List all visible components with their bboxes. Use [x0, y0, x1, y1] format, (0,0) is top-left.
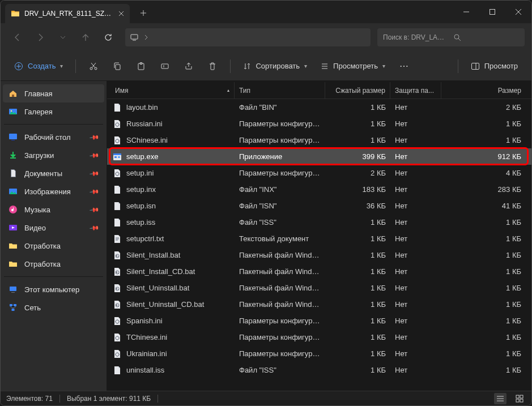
sidebar-item-documents[interactable]: Документы 📌: [3, 164, 104, 182]
file-type: Файл "ISN": [235, 202, 325, 210]
file-type: Пакетный файл Windows: [235, 251, 325, 259]
column-type[interactable]: Тип: [235, 82, 325, 99]
file-compressed-size: 1 КБ: [325, 267, 390, 276]
file-compressed-size: 1 КБ: [325, 251, 390, 259]
file-row[interactable]: Silent_Install.batПакетный файл Windows1…: [107, 247, 531, 263]
file-row[interactable]: setup.inxФайл "INX"183 КБНет283 КБ: [107, 181, 531, 198]
file-compressed-size: 1 КБ: [325, 234, 390, 243]
nav-up-button[interactable]: [75, 27, 96, 48]
folder-icon: [8, 241, 18, 250]
videos-icon: [8, 223, 18, 232]
address-bar[interactable]: [125, 28, 371, 46]
column-protection[interactable]: Защита па...: [390, 82, 441, 99]
tiles-view-button[interactable]: [513, 393, 526, 404]
file-row[interactable]: setup.iniПараметры конфигурац...2 КБНет4…: [107, 165, 531, 181]
copy-button[interactable]: [107, 56, 128, 76]
sidebar-item-folder1[interactable]: Отработка: [3, 237, 104, 255]
sidebar-item-thispc[interactable]: Этот компьютер: [3, 280, 104, 298]
file-type: Пакетный файл Windows: [235, 267, 325, 276]
delete-button[interactable]: [202, 56, 223, 76]
file-compressed-size: 1 КБ: [325, 284, 390, 292]
column-size[interactable]: Размер: [441, 82, 531, 99]
maximize-button[interactable]: [479, 1, 505, 23]
more-button[interactable]: ⋯: [393, 56, 415, 76]
file-size: 1 КБ: [441, 349, 531, 358]
new-tab-button[interactable]: [134, 4, 152, 22]
close-button[interactable]: [505, 1, 531, 23]
nav-recent-button[interactable]: [53, 27, 73, 48]
file-row[interactable]: Silent_Uninstall_CD.batПакетный файл Win…: [107, 296, 531, 313]
file-protection: Нет: [390, 333, 441, 341]
file-row[interactable]: setup.exeПриложение399 КБНет912 КБ: [107, 148, 531, 165]
sort-label: Сортировать: [256, 62, 300, 70]
file-row[interactable]: setup.issФайл "ISS"1 КБНет1 КБ: [107, 214, 531, 230]
file-size: 1 КБ: [441, 119, 531, 128]
file-row[interactable]: uninstall.issФайл "ISS"1 КБНет1 КБ: [107, 362, 531, 378]
file-type: Файл "BIN": [235, 103, 325, 112]
sidebar-item-music[interactable]: Музыка 📌: [3, 200, 104, 219]
file-name: Silent_Install.bat: [126, 251, 180, 259]
tab-close-button[interactable]: [118, 9, 125, 18]
file-row[interactable]: TChinese.iniПараметры конфигурац...1 КБН…: [107, 329, 531, 345]
details-pane-button[interactable]: Просмотр: [465, 56, 524, 76]
svg-point-2: [454, 35, 459, 39]
window-tab[interactable]: DRV_LAN_RTK_8111_SZ-TSD_W: [5, 4, 130, 23]
nav-forward-button[interactable]: [30, 27, 50, 48]
file-row[interactable]: setup.isnФайл "ISN"36 КБНет41 КБ: [107, 198, 531, 214]
file-size: 1 КБ: [441, 218, 531, 226]
column-compressed-size[interactable]: Сжатый размер: [325, 82, 390, 99]
file-row[interactable]: Ukrainian.iniПараметры конфигурац...1 КБ…: [107, 345, 531, 362]
sidebar-item-network[interactable]: Сеть: [3, 298, 104, 317]
sidebar-item-downloads[interactable]: Загрузки 📌: [3, 146, 104, 164]
file-icon: [113, 185, 122, 194]
gallery-icon: [8, 107, 18, 116]
nav-back-button[interactable]: [7, 27, 28, 48]
minimize-button[interactable]: [453, 1, 479, 23]
separator: [158, 395, 158, 403]
file-protection: Нет: [390, 366, 441, 374]
create-label: Создать: [28, 62, 56, 70]
view-button[interactable]: Просмотреть ▾: [315, 56, 391, 76]
file-row[interactable]: Russian.iniПараметры конфигурац...1 КБНе…: [107, 116, 531, 132]
body: Главная Галерея Рабочий стол 📌 Загрузки …: [1, 81, 531, 391]
create-button[interactable]: Создать ▾: [8, 57, 69, 76]
share-button[interactable]: [178, 56, 199, 76]
file-row[interactable]: setupctrl.txtТекстовый документ1 КБНет1 …: [107, 230, 531, 247]
sidebar-item-gallery[interactable]: Галерея: [3, 102, 104, 121]
file-row[interactable]: Silent_Install_CD.batПакетный файл Windo…: [107, 263, 531, 280]
separator: [458, 59, 458, 73]
downloads-icon: [8, 151, 18, 160]
file-protection: Нет: [390, 300, 441, 309]
separator: [59, 395, 60, 403]
search-input[interactable]: Поиск в: DRV_LAN_RTK_8111_SZ: [377, 28, 525, 46]
sidebar-item-pictures[interactable]: Изображения 📌: [3, 182, 104, 200]
sort-button[interactable]: Сортировать ▾: [237, 56, 313, 76]
file-row[interactable]: SChinese.iniПараметры конфигурац...1 КБН…: [107, 132, 531, 148]
svg-rect-24: [113, 153, 121, 155]
column-name[interactable]: Имя ▴: [107, 82, 235, 99]
file-icon: [113, 234, 122, 243]
cut-button[interactable]: [83, 56, 104, 76]
rename-button[interactable]: [154, 56, 176, 76]
svg-rect-20: [12, 309, 15, 311]
file-size: 2 КБ: [441, 103, 531, 112]
sidebar-item-home[interactable]: Главная: [3, 84, 104, 102]
file-row[interactable]: layout.binФайл "BIN"1 КБНет2 КБ: [107, 99, 531, 116]
view-label: Просмотреть: [333, 62, 378, 70]
file-rows[interactable]: layout.binФайл "BIN"1 КБНет2 КБRussian.i…: [107, 99, 531, 391]
file-row[interactable]: Spanish.iniПараметры конфигурац...1 КБНе…: [107, 313, 531, 329]
file-protection: Нет: [390, 284, 441, 292]
sidebar-item-desktop[interactable]: Рабочий стол 📌: [3, 128, 104, 146]
file-name: setup.iss: [126, 218, 155, 226]
details-view-button[interactable]: [494, 393, 507, 404]
sidebar-item-videos[interactable]: Видео 📌: [3, 219, 104, 237]
file-icon: [113, 317, 122, 326]
file-icon: [113, 152, 122, 161]
paste-button[interactable]: [130, 56, 152, 76]
sidebar-item-folder2[interactable]: Отработка: [3, 255, 104, 273]
nav-refresh-button[interactable]: [98, 27, 118, 48]
pin-icon: 📌: [89, 132, 100, 143]
desktop-icon: [8, 133, 18, 142]
file-row[interactable]: Silent_Uninstall.batПакетный файл Window…: [107, 280, 531, 296]
folder-icon: [11, 9, 20, 18]
